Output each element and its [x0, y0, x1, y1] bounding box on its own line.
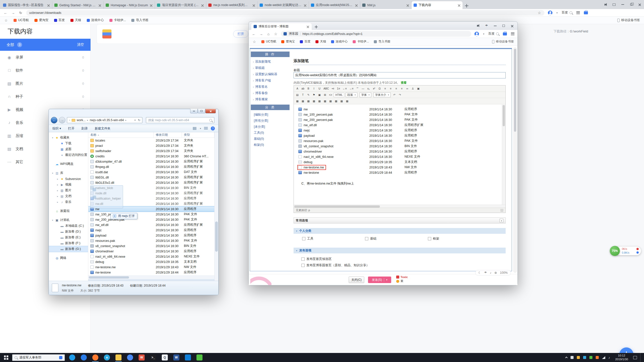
- tree-expander-icon[interactable]: ▾: [51, 137, 54, 139]
- paste-text-icon[interactable]: T: [300, 93, 305, 97]
- tree-item[interactable]: 本地磁盘 (C:): [49, 223, 88, 229]
- file-row[interactable]: resources.pak 2019/1/14 16:30 PAK 文件: [88, 238, 214, 243]
- underline-icon[interactable]: U: [317, 86, 322, 91]
- checkbox[interactable]: [428, 237, 431, 240]
- tab-close-icon[interactable]: [458, 4, 461, 7]
- fontsize-select[interactable]: 字体大小 ▾: [373, 93, 391, 97]
- bookmark-item[interactable]: 天猫: [70, 18, 81, 22]
- tree-item[interactable]: 新加卷 (D:): [49, 229, 88, 235]
- info-icon[interactable]: [636, 251, 639, 254]
- show-desktop-button[interactable]: [640, 353, 642, 362]
- paragraph-select[interactable]: 段落 ▾: [346, 93, 357, 97]
- forward-button[interactable]: →: [59, 117, 65, 123]
- bookmark-star-icon[interactable]: ☆: [274, 32, 278, 36]
- ie-icon[interactable]: e: [101, 353, 113, 362]
- browser-tab[interactable]: Homepage - NW.js Docum: [104, 1, 155, 9]
- qq-tray-icon[interactable]: [583, 356, 586, 359]
- maximize-button[interactable]: [499, 22, 508, 30]
- bookmark-item[interactable]: 导入书签: [374, 39, 390, 44]
- change-view-icon[interactable]: [193, 127, 197, 130]
- column-header-date[interactable]: 修改日期: [154, 132, 182, 138]
- media-icon[interactable]: ▣: [317, 93, 322, 97]
- browser-tab[interactable]: NW.js: [360, 1, 412, 9]
- baidu-search-button[interactable]: 百度: [562, 11, 572, 15]
- cmd-icon[interactable]: >_: [147, 353, 159, 362]
- blockquote-icon[interactable]: “”: [355, 86, 360, 91]
- minimize-button[interactable]: [618, 0, 627, 9]
- html-source-button[interactable]: HTML: [334, 93, 344, 97]
- column-header-name[interactable]: 名称 ▴: [88, 132, 154, 138]
- tree-expander-icon[interactable]: ▾: [51, 172, 54, 174]
- file-row[interactable]: ffmpeg.dll 2019/1/14 16:30 应用程序扩展: [88, 164, 214, 169]
- tab-close-icon[interactable]: [304, 4, 307, 7]
- align-right-icon[interactable]: ≡: [394, 86, 399, 91]
- download-item[interactable]: 打开: [97, 24, 254, 44]
- tab-close-icon[interactable]: [306, 25, 309, 28]
- bookmark-item[interactable]: 爱淘宝: [281, 39, 295, 44]
- tree-item[interactable]: ▸ 音乐: [49, 199, 88, 205]
- bookmark-item[interactable]: 导入书签: [131, 18, 148, 22]
- minimize-button[interactable]: [491, 22, 499, 30]
- publish-checkbox[interactable]: 发布至博客园首页（原创、精品、知识分享）: [301, 263, 369, 267]
- close-button[interactable]: [205, 109, 216, 113]
- breadcrumb-root[interactable]: work...: [77, 118, 86, 122]
- night-mode-icon[interactable]: ☾: [478, 271, 481, 275]
- link-icon[interactable]: ∞: [405, 86, 410, 91]
- subscript-icon[interactable]: x₂: [366, 86, 371, 91]
- image-icon[interactable]: ▣: [416, 86, 421, 91]
- bookmark-item[interactable]: UC导航: [261, 39, 276, 44]
- open-button[interactable]: 打开: [68, 126, 74, 131]
- file-row[interactable]: nacl_irt_x86_64.nexe 2019/1/14 16:30 NEX…: [88, 254, 214, 259]
- category-checkbox[interactable]: 基础: [365, 237, 428, 241]
- undo-icon[interactable]: ↶: [392, 93, 397, 97]
- forward-icon[interactable]: →: [259, 32, 263, 36]
- edit-css-icon[interactable]: ✎: [306, 93, 311, 97]
- breadcrumb-folder[interactable]: nwjs-sdk-v0.35.5-win-x64: [90, 118, 124, 122]
- tree-item[interactable]: 家庭组: [49, 208, 88, 214]
- back-button[interactable]: ←: [51, 117, 57, 123]
- tree-item[interactable]: ▸ 文档: [49, 193, 88, 199]
- favorites-star-icon[interactable]: ☆: [4, 18, 8, 22]
- table-icon[interactable]: ⊞: [323, 93, 328, 97]
- anchor-icon[interactable]: ⚓: [410, 86, 415, 91]
- file-row[interactable]: icudtl.dat 2019/1/14 16:30 DAT 文件: [88, 169, 214, 175]
- send-post-button[interactable]: 发送(S) ▾: [368, 277, 391, 283]
- scrollbar-thumb[interactable]: [503, 105, 505, 126]
- network-speed-widget[interactable]: 75% 0K/s 0.8K/s: [610, 246, 641, 256]
- tree-item[interactable]: 最近访问的位置: [49, 152, 88, 158]
- outdent-icon[interactable]: ←≡: [342, 86, 348, 91]
- zoom-in-icon[interactable]: ⊕: [494, 271, 497, 275]
- explorer-search-box[interactable]: [146, 117, 214, 123]
- tree-expander-icon[interactable]: ▸: [56, 189, 59, 192]
- burn-button[interactable]: 刻录: [82, 126, 88, 131]
- mute-icon[interactable]: [601, 0, 610, 9]
- tree-expander-icon[interactable]: ▾: [51, 219, 54, 221]
- menu-action-link[interactable]: 博客搬家: [250, 96, 290, 103]
- network-icon[interactable]: [602, 356, 605, 359]
- security-tray-icon[interactable]: [577, 356, 580, 359]
- scrollbar-thumb[interactable]: [89, 276, 129, 279]
- bullet-list-icon[interactable]: •≡: [331, 86, 336, 91]
- publish-options-bar[interactable]: ▾ 发布选项: [294, 248, 506, 253]
- menu-category-link[interactable]: [所有分类]: [250, 118, 290, 124]
- superscript-icon[interactable]: x²: [372, 86, 377, 91]
- category-item[interactable]: 种子 0: [0, 90, 91, 103]
- wechat-icon[interactable]: [194, 353, 205, 362]
- bookmark-item[interactable]: 卡哇伊...: [109, 18, 126, 22]
- bookmark-item[interactable]: UC导航: [14, 18, 29, 22]
- maximize-button[interactable]: [198, 109, 205, 113]
- category-item[interactable]: 图片 0: [0, 77, 91, 90]
- tab-close-icon[interactable]: [150, 4, 153, 7]
- tree-item[interactable]: ▾ 收藏夹: [49, 135, 88, 141]
- browser-tab[interactable]: 下载内容: [412, 1, 463, 9]
- forecolor-icon[interactable]: A: [295, 86, 300, 91]
- view-autosave-link[interactable]: 查看: [401, 81, 407, 84]
- bookmark-item[interactable]: 游戏中心: [331, 39, 348, 44]
- editor-vertical-scrollbar[interactable]: [502, 105, 505, 205]
- refresh-icon[interactable]: ↻: [19, 11, 23, 15]
- favorites-star-icon[interactable]: ☆: [252, 40, 256, 44]
- refresh-icon[interactable]: ↻: [138, 118, 140, 122]
- column-header-type[interactable]: 类型: [182, 132, 214, 138]
- table-op-icon[interactable]: ▦: [306, 99, 311, 104]
- bookmark-item[interactable]: 卡哇伊...: [353, 39, 369, 44]
